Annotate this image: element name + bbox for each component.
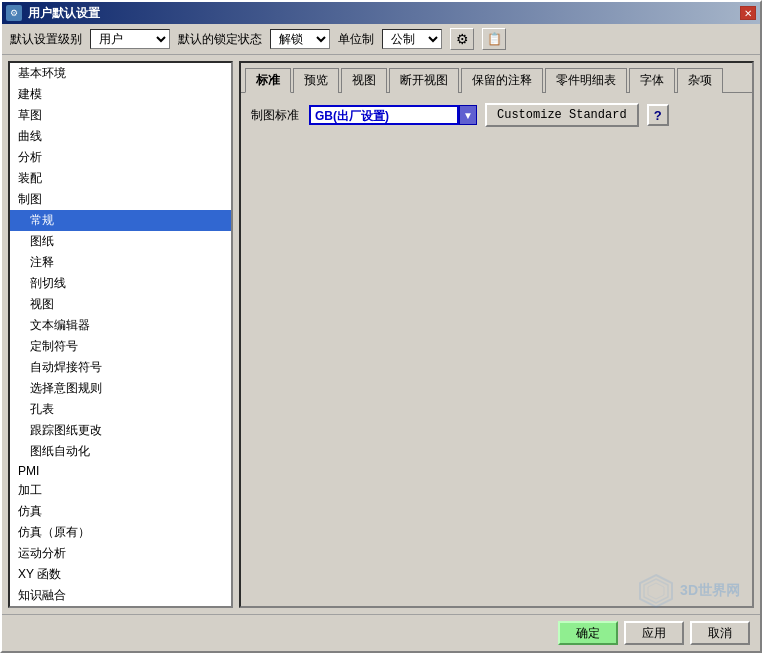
tree-item[interactable]: Teamcenter Integration for NX xyxy=(10,606,231,608)
standard-row: 制图标准 GB(出厂设置) ▼ Customize Standard ? xyxy=(251,103,742,127)
apply-button[interactable]: 应用 xyxy=(624,621,684,645)
lock-select[interactable]: 解锁 xyxy=(270,29,330,49)
tree-item[interactable]: 草图 xyxy=(10,105,231,126)
cancel-button[interactable]: 取消 xyxy=(690,621,750,645)
tree-item[interactable]: 剖切线 xyxy=(10,273,231,294)
tree-item[interactable]: 建模 xyxy=(10,84,231,105)
tree-item[interactable]: 注释 xyxy=(10,252,231,273)
standard-label: 制图标准 xyxy=(251,107,301,124)
tree-item[interactable]: 图纸自动化 xyxy=(10,441,231,462)
title-bar: ⚙ 用户默认设置 ✕ xyxy=(2,2,760,24)
tab-零件明细表[interactable]: 零件明细表 xyxy=(545,68,627,93)
level-label: 默认设置级别 xyxy=(10,31,82,48)
tree-item[interactable]: 基本环境 xyxy=(10,63,231,84)
tree-list: 基本环境建模草图曲线分析装配制图常规图纸注释剖切线视图文本编辑器定制符号自动焊接… xyxy=(10,63,231,608)
tree-item[interactable]: 常规 xyxy=(10,210,231,231)
tool-icon-2[interactable]: 📋 xyxy=(482,28,506,50)
standard-select-dropdown[interactable]: ▼ xyxy=(459,105,477,125)
tree-item[interactable]: 视图 xyxy=(10,294,231,315)
main-content: 基本环境建模草图曲线分析装配制图常规图纸注释剖切线视图文本编辑器定制符号自动焊接… xyxy=(2,55,760,614)
tab-标准[interactable]: 标准 xyxy=(245,68,291,93)
unit-select[interactable]: 公制 xyxy=(382,29,442,49)
tree-item[interactable]: 制图 xyxy=(10,189,231,210)
window-icon: ⚙ xyxy=(6,5,22,21)
lock-label: 默认的锁定状态 xyxy=(178,31,262,48)
tab-保留的注释[interactable]: 保留的注释 xyxy=(461,68,543,93)
unit-label: 单位制 xyxy=(338,31,374,48)
tree-item[interactable]: 仿真（原有） xyxy=(10,522,231,543)
window-title: 用户默认设置 xyxy=(28,5,100,22)
tree-item[interactable]: 仿真 xyxy=(10,501,231,522)
tree-item[interactable]: XY 函数 xyxy=(10,564,231,585)
ok-button[interactable]: 确定 xyxy=(558,621,618,645)
tree-item[interactable]: 定制符号 xyxy=(10,336,231,357)
tree-item[interactable]: 孔表 xyxy=(10,399,231,420)
tab-杂项[interactable]: 杂项 xyxy=(677,68,723,93)
tree-item[interactable]: 自动焊接符号 xyxy=(10,357,231,378)
standard-select-container: GB(出厂设置) ▼ xyxy=(309,105,477,125)
customize-standard-button[interactable]: Customize Standard xyxy=(485,103,639,127)
tab-断开视图[interactable]: 断开视图 xyxy=(389,68,459,93)
left-panel: 基本环境建模草图曲线分析装配制图常规图纸注释剖切线视图文本编辑器定制符号自动焊接… xyxy=(8,61,233,608)
tree-item[interactable]: 知识融合 xyxy=(10,585,231,606)
tree-item[interactable]: 装配 xyxy=(10,168,231,189)
tree-item[interactable]: 跟踪图纸更改 xyxy=(10,420,231,441)
tree-item[interactable]: 选择意图规则 xyxy=(10,378,231,399)
close-button[interactable]: ✕ xyxy=(740,6,756,20)
tree-item[interactable]: 运动分析 xyxy=(10,543,231,564)
tree-item[interactable]: PMI xyxy=(10,462,231,480)
title-bar-left: ⚙ 用户默认设置 xyxy=(6,5,100,22)
level-select[interactable]: 用户 xyxy=(90,29,170,49)
tab-视图[interactable]: 视图 xyxy=(341,68,387,93)
tree-item[interactable]: 图纸 xyxy=(10,231,231,252)
bottom-bar: 确定 应用 取消 xyxy=(2,614,760,651)
tab-预览[interactable]: 预览 xyxy=(293,68,339,93)
help-button[interactable]: ? xyxy=(647,104,669,126)
tab-字体[interactable]: 字体 xyxy=(629,68,675,93)
tool-icon-1[interactable]: ⚙ xyxy=(450,28,474,50)
tab-content: 制图标准 GB(出厂设置) ▼ Customize Standard ? xyxy=(241,92,752,606)
tree-item[interactable]: 文本编辑器 xyxy=(10,315,231,336)
main-window: ⚙ 用户默认设置 ✕ 默认设置级别 用户 默认的锁定状态 解锁 单位制 公制 ⚙… xyxy=(0,0,762,653)
toolbar: 默认设置级别 用户 默认的锁定状态 解锁 单位制 公制 ⚙ 📋 xyxy=(2,24,760,55)
tree-item[interactable]: 加工 xyxy=(10,480,231,501)
standard-select-value[interactable]: GB(出厂设置) xyxy=(309,105,459,125)
tree-item[interactable]: 分析 xyxy=(10,147,231,168)
tab-bar: 标准预览视图断开视图保留的注释零件明细表字体杂项 xyxy=(241,63,752,92)
right-panel: 标准预览视图断开视图保留的注释零件明细表字体杂项 制图标准 GB(出厂设置) ▼… xyxy=(239,61,754,608)
tree-item[interactable]: 曲线 xyxy=(10,126,231,147)
